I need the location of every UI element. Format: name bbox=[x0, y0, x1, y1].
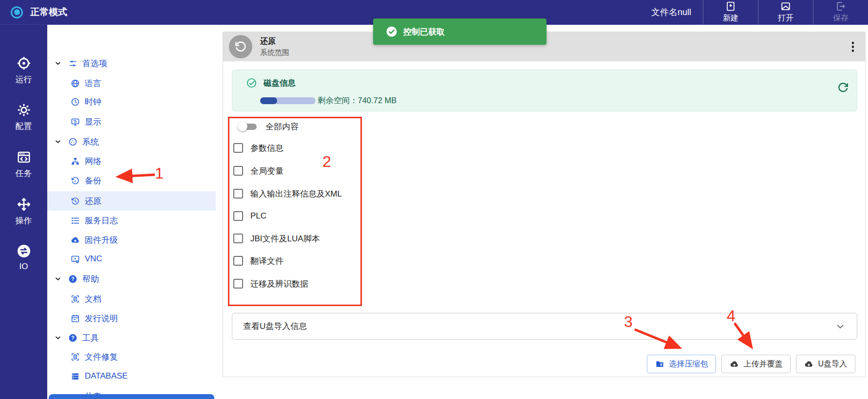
system-dial-icon bbox=[68, 137, 77, 146]
chevron-down-icon[interactable] bbox=[54, 275, 62, 283]
annotation-3: 3 bbox=[624, 314, 633, 329]
disk-info-title: 磁盘信息 bbox=[264, 78, 296, 89]
checkbox-row-migration: 迁移及辨识数据 bbox=[233, 276, 308, 291]
restore-panel: 还原 系统范围 磁盘信息 剩余空间：740.72 MB 全部内容 参数信息 全局… bbox=[223, 32, 866, 377]
code-window-icon bbox=[17, 150, 31, 164]
usb-import-info-expander[interactable]: 查看U盘导入信息 bbox=[232, 313, 857, 340]
checkbox[interactable] bbox=[233, 234, 243, 243]
check-circle-icon bbox=[386, 26, 397, 37]
open-file-icon bbox=[780, 1, 791, 12]
menu-item-service-log[interactable]: 服务日志 bbox=[47, 211, 216, 230]
restore-avatar bbox=[229, 35, 252, 58]
restore-history-icon bbox=[71, 197, 80, 206]
annotation-2: 2 bbox=[322, 154, 331, 169]
disk-progress-fill bbox=[260, 97, 277, 104]
menu-item-tools[interactable]: 工具 bbox=[47, 328, 216, 347]
calendar-icon bbox=[71, 314, 80, 323]
menu-item-backup[interactable]: 备份 bbox=[47, 171, 216, 190]
menu-item-language[interactable]: 语言 bbox=[47, 73, 216, 93]
menu-item-restore[interactable]: 还原 bbox=[47, 191, 216, 211]
checkbox-row-translation: 翻译文件 bbox=[233, 254, 283, 268]
archive-folder-icon bbox=[655, 360, 664, 369]
checkbox[interactable] bbox=[233, 189, 243, 199]
menu-item-database[interactable]: DATABASE bbox=[47, 366, 216, 386]
annotation-1: 1 bbox=[155, 165, 164, 181]
sidebar-item-task[interactable]: 任务 bbox=[0, 150, 47, 179]
new-file-button[interactable]: 新建 bbox=[703, 0, 758, 24]
file-plus-icon bbox=[725, 1, 736, 12]
checkbox[interactable] bbox=[233, 211, 243, 221]
restore-arrow-icon bbox=[234, 40, 247, 53]
menu-item-display[interactable]: 显示 bbox=[47, 112, 216, 131]
mode-indicator: 正常模式 bbox=[0, 0, 67, 24]
question-circle-icon bbox=[68, 333, 77, 343]
save-button[interactable]: 保存 bbox=[813, 0, 868, 24]
toast-control-acquired: 控制已获取 bbox=[373, 18, 547, 45]
checkbox-row-global-vars: 全局变量 bbox=[233, 163, 283, 178]
sidebar-item-config[interactable]: 配置 bbox=[0, 103, 47, 132]
checkbox-row-jbi-lua: JBI文件及LUA脚本 bbox=[233, 231, 320, 246]
check-circle-outline-icon bbox=[246, 77, 257, 89]
backup-history-icon bbox=[71, 176, 80, 185]
cloud-upload-icon bbox=[730, 360, 739, 369]
checkbox[interactable] bbox=[233, 279, 243, 289]
checkbox[interactable] bbox=[233, 166, 243, 176]
disk-progress-bar bbox=[260, 97, 316, 104]
sliders-icon bbox=[68, 59, 77, 68]
monitor-icon bbox=[71, 117, 80, 127]
mode-label: 正常模式 bbox=[30, 6, 67, 18]
network-icon bbox=[71, 157, 80, 166]
chevron-down-icon[interactable] bbox=[54, 59, 62, 67]
chevron-down-icon[interactable] bbox=[54, 138, 62, 145]
all-content-toggle[interactable] bbox=[238, 122, 257, 131]
cloud-upload-icon bbox=[71, 236, 80, 245]
globe-icon bbox=[71, 79, 80, 88]
toggle-label: 全部内容 bbox=[265, 121, 299, 132]
toggle-all-content-row: 全部内容 bbox=[238, 119, 299, 134]
usb-import-button[interactable]: U盘导入 bbox=[796, 355, 855, 373]
select-archive-button[interactable]: 选择压缩包 bbox=[647, 355, 716, 373]
checkbox[interactable] bbox=[233, 256, 243, 266]
mode-radio-icon bbox=[11, 6, 23, 18]
menu-item-vnc[interactable]: VNC bbox=[47, 249, 216, 269]
menu-item-system[interactable]: 系统 bbox=[47, 132, 216, 151]
primary-sidebar: 运行 配置 任务 操作 IO bbox=[0, 25, 47, 399]
cloud-upload-icon bbox=[804, 360, 813, 369]
settings-menu: 首选项 语言 时钟 显示 系统 网络 备份 还原 服务日志 固件升级 VNC bbox=[47, 25, 216, 399]
move-icon bbox=[17, 197, 31, 212]
menu-item-file-repair[interactable]: 文件修复 bbox=[47, 347, 216, 366]
checkbox[interactable] bbox=[233, 143, 243, 153]
menu-item-firmware-upgrade[interactable]: 固件升级 bbox=[47, 230, 216, 250]
database-icon bbox=[71, 372, 80, 381]
menu-item-docs[interactable]: 文档 bbox=[47, 289, 216, 308]
sidebar-item-io[interactable]: IO bbox=[0, 244, 47, 272]
scan-doc-icon bbox=[71, 352, 80, 362]
ordered-list-icon bbox=[71, 216, 80, 225]
page-subtitle: 系统范围 bbox=[260, 48, 289, 57]
checkbox-row-parameters: 参数信息 bbox=[233, 141, 283, 155]
video-settings-icon bbox=[71, 254, 80, 264]
menu-item-network[interactable]: 网络 bbox=[47, 151, 216, 171]
checkbox-row-plc: PLC bbox=[233, 209, 266, 223]
sidebar-item-operate[interactable]: 操作 bbox=[0, 197, 47, 226]
question-circle-icon bbox=[68, 274, 77, 284]
sync-icon bbox=[17, 244, 31, 258]
clock-icon bbox=[71, 97, 80, 107]
refresh-icon[interactable] bbox=[837, 82, 849, 93]
page-title: 还原 bbox=[260, 36, 289, 47]
annotation-4: 4 bbox=[727, 308, 736, 324]
upload-overwrite-button[interactable]: 上传并覆盖 bbox=[721, 355, 791, 373]
chevron-down-icon[interactable] bbox=[835, 322, 845, 331]
checkbox-row-io-comments-xml: 输入输出注释信息及XML bbox=[233, 186, 342, 201]
action-button-row: 选择压缩包 上传并覆盖 U盘导入 bbox=[647, 355, 855, 373]
sidebar-bottom-button[interactable] bbox=[49, 394, 214, 399]
open-file-button[interactable]: 打开 bbox=[758, 0, 813, 24]
menu-item-preferences[interactable]: 首选项 bbox=[47, 54, 216, 73]
menu-item-help[interactable]: 帮助 bbox=[47, 269, 216, 289]
menu-item-clock[interactable]: 时钟 bbox=[47, 92, 216, 111]
gear-icon bbox=[17, 103, 31, 117]
sidebar-item-run[interactable]: 运行 bbox=[0, 56, 47, 85]
chevron-down-icon[interactable] bbox=[54, 334, 62, 342]
menu-item-release-notes[interactable]: 发行说明 bbox=[47, 308, 216, 328]
kebab-menu-button[interactable] bbox=[849, 39, 857, 54]
